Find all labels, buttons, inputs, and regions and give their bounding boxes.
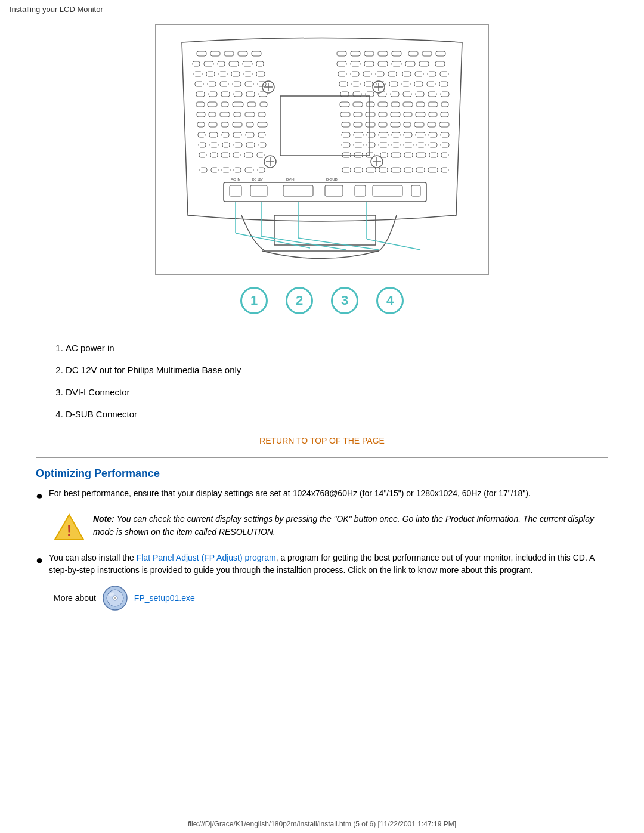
svg-rect-138 [441, 132, 449, 137]
svg-rect-126 [222, 132, 229, 137]
svg-rect-12 [436, 51, 445, 56]
monitor-diagram-container: AC IN DC 12V DVI-I D-SUB 1 2 [0, 18, 644, 326]
svg-rect-24 [405, 61, 415, 66]
svg-rect-148 [379, 143, 388, 147]
bullet-item-1: ● For best performance, ensure that your… [36, 487, 608, 504]
svg-rect-67 [246, 92, 255, 97]
content-area: AC power in DC 12V out for Philips Multi… [0, 326, 644, 633]
svg-rect-186 [404, 168, 413, 172]
svg-rect-187 [416, 168, 425, 172]
svg-rect-8 [378, 51, 388, 56]
section-title: Optimizing Performance [36, 467, 608, 480]
svg-rect-118 [379, 122, 387, 127]
svg-rect-197 [411, 185, 420, 196]
bullet-section: ● For best performance, ensure that your… [36, 487, 608, 611]
svg-rect-10 [408, 51, 418, 56]
return-to-top-link[interactable]: RETURN TO TOP OF THE PAGE [259, 436, 385, 445]
circle-2: 2 [286, 287, 313, 314]
svg-rect-131 [354, 132, 363, 137]
svg-rect-4 [252, 51, 261, 56]
svg-rect-179 [245, 168, 253, 172]
svg-rect-128 [246, 132, 254, 137]
svg-rect-124 [198, 132, 205, 137]
svg-rect-56 [439, 82, 448, 86]
svg-rect-182 [354, 168, 363, 172]
svg-line-210 [367, 239, 420, 250]
svg-rect-160 [199, 153, 206, 157]
svg-rect-79 [208, 102, 217, 107]
svg-rect-64 [209, 92, 217, 97]
svg-rect-127 [233, 132, 242, 137]
svg-rect-175 [200, 168, 207, 172]
svg-rect-6 [351, 51, 360, 56]
svg-rect-98 [245, 112, 255, 117]
svg-rect-130 [342, 132, 350, 137]
svg-rect-172 [416, 153, 426, 157]
svg-rect-32 [256, 72, 265, 76]
svg-rect-93 [280, 96, 370, 156]
fp-setup-link[interactable]: FP_setup01.exe [134, 593, 195, 603]
bullet-text-1: For best performance, ensure that your d… [49, 487, 608, 500]
svg-rect-101 [354, 112, 362, 117]
svg-rect-115 [342, 122, 350, 127]
svg-rect-31 [244, 72, 252, 76]
page-footer: file:///D|/Grace/K1/english/180p2m/insta… [0, 820, 644, 828]
svg-rect-133 [379, 132, 388, 137]
svg-rect-95 [209, 112, 216, 117]
svg-rect-45 [233, 82, 241, 86]
svg-text:AC IN: AC IN [231, 178, 240, 181]
svg-rect-117 [366, 122, 375, 127]
svg-rect-147 [367, 143, 375, 147]
svg-rect-109 [197, 122, 205, 127]
bullet-dot-2: ● [36, 552, 43, 568]
warning-icon: ! [54, 512, 85, 543]
svg-rect-146 [354, 143, 363, 147]
svg-rect-152 [429, 143, 437, 147]
svg-rect-123 [439, 122, 449, 127]
svg-rect-177 [222, 168, 230, 172]
svg-rect-90 [416, 102, 425, 107]
svg-rect-23 [392, 61, 401, 66]
svg-rect-1 [210, 51, 220, 56]
svg-rect-11 [422, 51, 432, 56]
svg-rect-94 [197, 112, 205, 117]
svg-rect-65 [221, 92, 230, 97]
svg-rect-173 [429, 153, 438, 157]
more-about-row: More about FP_setup01.exe [54, 585, 608, 611]
svg-text:DVI-I: DVI-I [286, 178, 295, 181]
svg-rect-14 [204, 61, 213, 66]
fp-adjust-link[interactable]: Flat Panel Adjust (FP Adjust) program [137, 553, 276, 562]
svg-rect-7 [364, 51, 374, 56]
svg-rect-26 [435, 61, 445, 66]
svg-rect-136 [416, 132, 425, 137]
bullet-dot-1: ● [36, 487, 43, 504]
svg-rect-119 [391, 122, 400, 127]
svg-rect-83 [260, 102, 267, 107]
svg-rect-16 [229, 61, 239, 66]
bullet-text-2: You can also install the Flat Panel Adju… [49, 552, 608, 577]
svg-rect-76 [428, 92, 436, 97]
svg-rect-195 [355, 185, 366, 196]
page-header: Installing your LCD Monitor [0, 0, 644, 18]
connector-list: AC power in DC 12V out for Philips Multi… [36, 338, 608, 424]
svg-rect-15 [218, 61, 225, 66]
svg-rect-121 [414, 122, 424, 127]
svg-rect-104 [391, 112, 400, 117]
svg-rect-107 [429, 112, 437, 117]
monitor-svg-wrapper: AC IN DC 12V DVI-I D-SUB [155, 24, 489, 275]
note-box: ! Note: You can check the current displa… [54, 512, 608, 543]
svg-rect-170 [391, 153, 401, 157]
svg-rect-52 [389, 82, 398, 86]
svg-rect-91 [428, 102, 438, 107]
svg-rect-48 [339, 82, 348, 86]
svg-rect-38 [402, 72, 411, 76]
svg-rect-106 [416, 112, 425, 117]
more-about-label: More about [54, 593, 96, 603]
svg-point-216 [114, 597, 116, 599]
svg-rect-165 [257, 153, 264, 157]
svg-rect-178 [234, 168, 241, 172]
svg-rect-77 [441, 92, 449, 97]
svg-rect-112 [233, 122, 242, 127]
svg-rect-105 [404, 112, 412, 117]
svg-rect-144 [259, 143, 266, 147]
